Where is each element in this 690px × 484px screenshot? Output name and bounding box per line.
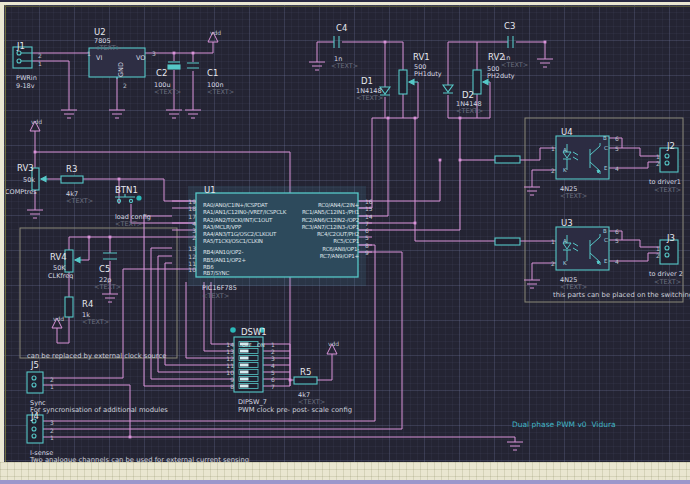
schematic-drawing (4, 5, 690, 462)
cap-c5[interactable] (103, 253, 117, 259)
resistor-r4[interactable] (65, 297, 73, 317)
schematic-canvas[interactable]: J1PWRin9-18v21U27805<TEXT>VIVO132C2100u<… (4, 5, 690, 462)
diode-d2[interactable] (443, 85, 453, 93)
pot-rv4[interactable] (65, 250, 73, 272)
resistor-r5[interactable] (294, 377, 317, 384)
cap-c3[interactable] (508, 36, 513, 48)
sheet-edge-top (4, 6, 690, 7)
pot-rv3[interactable] (32, 168, 39, 190)
dipswitch-dsw1[interactable] (230, 327, 265, 392)
pot-rv2[interactable] (473, 70, 481, 94)
sheet-margin-bottom (0, 462, 690, 480)
window-top-edge (0, 0, 690, 2)
pot-rv1[interactable] (399, 70, 407, 94)
cap-c4[interactable] (334, 36, 339, 48)
regulator-u2[interactable] (89, 48, 145, 77)
resistor-r1[interactable] (495, 238, 520, 245)
schematic-window: J1PWRin9-18v21U27805<TEXT>VIVO132C2100u<… (0, 0, 690, 484)
resistor-r3[interactable] (61, 176, 83, 183)
cap-c1[interactable] (187, 63, 199, 68)
resistor-r2[interactable] (495, 156, 520, 163)
opto-u4[interactable] (556, 136, 609, 179)
connector-j5[interactable] (27, 372, 43, 393)
connector-j1[interactable] (13, 47, 32, 68)
diode-d1[interactable] (380, 87, 390, 95)
sheet-edge-left (5, 5, 6, 462)
connector-j3[interactable] (660, 240, 678, 264)
connector-j2[interactable] (660, 148, 678, 172)
opto-u3[interactable] (556, 227, 609, 270)
mcu-u1[interactable] (196, 193, 358, 277)
window-bottom-bar[interactable] (0, 480, 690, 484)
